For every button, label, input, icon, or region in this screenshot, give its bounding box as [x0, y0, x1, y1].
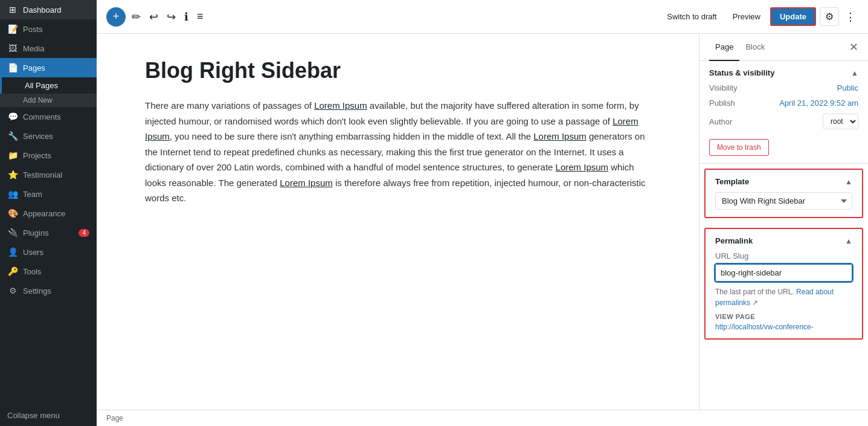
- sidebar-item-tools[interactable]: 🔑 Tools: [0, 262, 97, 281]
- move-to-trash-button[interactable]: Move to trash: [709, 139, 769, 156]
- edit-mode-button[interactable]: ✏: [129, 8, 143, 26]
- collapse-menu[interactable]: Collapse menu: [0, 405, 97, 426]
- users-icon: 👤: [7, 247, 18, 257]
- status-bar: Page: [97, 410, 868, 426]
- sidebar-item-label: Media: [23, 44, 44, 53]
- sidebar-item-team[interactable]: 👥 Team: [0, 184, 97, 204]
- list-view-button[interactable]: ≡: [194, 8, 206, 25]
- posts-icon: 📝: [7, 24, 18, 34]
- chevron-up-icon: ▲: [851, 69, 858, 77]
- author-label: Author: [709, 117, 732, 126]
- template-section: Template ▲ Blog With Right Sidebar Defau…: [704, 169, 863, 218]
- sidebar-item-comments[interactable]: 💬 Comments: [0, 107, 97, 126]
- sidebar-item-posts[interactable]: 📝 Posts: [0, 19, 97, 39]
- more-options-button[interactable]: ⋮: [843, 8, 858, 26]
- sidebar-item-label: Pages: [23, 63, 45, 73]
- settings-panel-button[interactable]: ⚙: [820, 7, 839, 26]
- pages-icon: 📄: [7, 63, 18, 73]
- url-slug-input[interactable]: [715, 264, 852, 282]
- team-icon: 👥: [7, 189, 18, 199]
- dashboard-icon: ⊞: [7, 5, 18, 15]
- template-header[interactable]: Template ▲: [715, 177, 852, 186]
- editor-body[interactable]: There are many variations of passages of…: [145, 98, 651, 206]
- author-select[interactable]: root: [823, 114, 858, 129]
- permalink-hint: The last part of the URL. Read about per…: [715, 286, 852, 308]
- sidebar-item-plugins[interactable]: 🔌 Plugins 4: [0, 223, 97, 242]
- external-link-icon: ↗: [752, 299, 758, 307]
- testimonial-icon: ⭐: [7, 170, 18, 179]
- appearance-icon: 🎨: [7, 208, 18, 218]
- sidebar-item-label: Team: [23, 190, 42, 199]
- switch-draft-button[interactable]: Switch to draft: [661, 8, 722, 25]
- main-area: + ✏ ↩ ↪ ℹ ≡ Switch to draft Preview Upda…: [97, 0, 868, 426]
- publish-row: Publish April 21, 2022 9:52 am: [709, 98, 858, 108]
- info-button[interactable]: ℹ: [182, 8, 191, 26]
- sidebar-item-label: Services: [23, 132, 53, 141]
- comments-icon: 💬: [7, 112, 18, 121]
- permalink-title: Permalink: [715, 236, 753, 245]
- add-block-button[interactable]: +: [106, 7, 126, 27]
- sidebar-item-projects[interactable]: 📁 Projects: [0, 146, 97, 165]
- sidebar-item-label: Testimonial: [23, 170, 62, 179]
- lorem-ipsum-link-3[interactable]: Lorem Ipsum: [533, 131, 587, 141]
- sidebar-item-users[interactable]: 👤 Users: [0, 242, 97, 262]
- sidebar-item-pages[interactable]: 📄 Pages: [0, 58, 97, 77]
- lorem-ipsum-link-5[interactable]: Lorem Ipsum: [280, 178, 333, 188]
- sidebar-item-testimonial[interactable]: ⭐ Testimonial: [0, 165, 97, 184]
- settings-icon: ⚙: [7, 286, 18, 295]
- sidebar-item-settings[interactable]: ⚙ Settings: [0, 281, 97, 300]
- template-chevron-icon: ▲: [845, 178, 852, 186]
- sidebar-item-label: Dashboard: [23, 5, 62, 15]
- projects-icon: 📁: [7, 150, 18, 160]
- publish-value[interactable]: April 21, 2022 9:52 am: [779, 98, 858, 108]
- publish-label: Publish: [709, 98, 735, 108]
- lorem-ipsum-link-4[interactable]: Lorem Ipsum: [556, 162, 609, 172]
- editor-paragraph: There are many variations of passages of…: [145, 98, 651, 206]
- permalink-hint-text: The last part of the URL.: [715, 288, 794, 296]
- preview-button[interactable]: Preview: [727, 8, 767, 25]
- sidebar-item-label: Projects: [23, 151, 51, 160]
- tab-page[interactable]: Page: [709, 34, 739, 61]
- view-page-label: VIEW PAGE: [715, 313, 852, 320]
- visibility-value[interactable]: Public: [837, 83, 858, 92]
- sidebar-item-label: Tools: [23, 267, 41, 276]
- page-title[interactable]: Blog Right Sidebar: [145, 58, 651, 83]
- plugins-badge: 4: [79, 229, 89, 237]
- permalink-section: Permalink ▲ URL Slug The last part of th…: [704, 228, 863, 340]
- status-visibility-header[interactable]: Status & visibility ▲: [709, 68, 858, 77]
- media-icon: 🖼: [7, 44, 18, 53]
- toolbar: + ✏ ↩ ↪ ℹ ≡ Switch to draft Preview Upda…: [97, 0, 868, 34]
- sidebar-item-label: Appearance: [23, 209, 65, 218]
- right-panel: Page Block ✕ Status & visibility ▲ Visib…: [699, 34, 868, 410]
- sidebar-item-label: Comments: [23, 112, 61, 121]
- permalink-header[interactable]: Permalink ▲: [715, 236, 852, 245]
- view-page-url[interactable]: http://localhost/vw-conference-: [715, 323, 852, 331]
- submenu-add-new[interactable]: Add New: [0, 94, 97, 107]
- pages-submenu: All Pages Add New: [0, 77, 97, 107]
- author-row: Author root: [709, 114, 858, 129]
- permalink-chevron-icon: ▲: [845, 237, 852, 245]
- close-panel-button[interactable]: ✕: [849, 40, 858, 54]
- sidebar-item-appearance[interactable]: 🎨 Appearance: [0, 204, 97, 223]
- sidebar-item-dashboard[interactable]: ⊞ Dashboard: [0, 0, 97, 19]
- sidebar-item-media[interactable]: 🖼 Media: [0, 39, 97, 58]
- visibility-row: Visibility Public: [709, 83, 858, 92]
- status-visibility-title: Status & visibility: [709, 68, 774, 77]
- status-bar-label: Page: [106, 414, 123, 422]
- sidebar-item-label: Users: [23, 248, 43, 257]
- tab-block[interactable]: Block: [739, 34, 771, 61]
- plugins-icon: 🔌: [7, 228, 18, 237]
- sidebar-item-services[interactable]: 🔧 Services: [0, 126, 97, 146]
- editor-container: Blog Right Sidebar There are many variat…: [97, 34, 868, 410]
- update-button[interactable]: Update: [770, 7, 816, 26]
- tools-icon: 🔑: [7, 266, 18, 276]
- submenu-all-pages[interactable]: All Pages: [0, 77, 97, 94]
- visibility-label: Visibility: [709, 83, 738, 92]
- editor-content[interactable]: Blog Right Sidebar There are many variat…: [97, 34, 699, 410]
- template-select[interactable]: Blog With Right Sidebar Default Template…: [715, 192, 852, 210]
- redo-button[interactable]: ↪: [164, 8, 178, 26]
- url-slug-label: URL Slug: [715, 251, 852, 260]
- undo-button[interactable]: ↩: [147, 8, 161, 26]
- lorem-ipsum-link-1[interactable]: Lorem Ipsum: [314, 100, 367, 111]
- services-icon: 🔧: [7, 131, 18, 141]
